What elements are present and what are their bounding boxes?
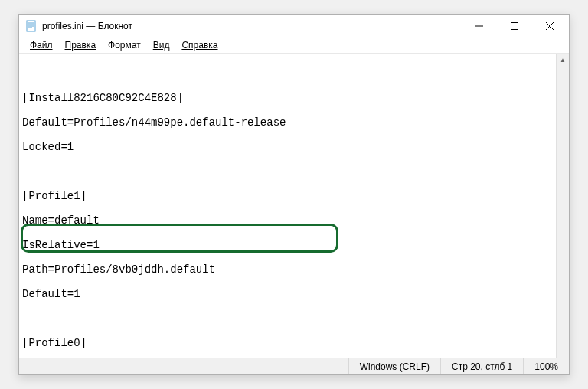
- text-editor[interactable]: [Install8216C80C92C4E828] Default=Profil…: [19, 53, 569, 358]
- line: [22, 165, 566, 178]
- line: [Profile1]: [22, 190, 566, 202]
- status-position: Стр 20, стлб 1: [440, 358, 523, 374]
- statusbar: Windows (CRLF) Стр 20, стлб 1 100%: [19, 358, 569, 374]
- line: Path=Profiles/8vb0jddh.default: [22, 263, 566, 276]
- line: Default=Profiles/n44m99pe.default-releas…: [22, 116, 566, 129]
- status-encoding: Windows (CRLF): [348, 358, 440, 374]
- menu-file[interactable]: Файл: [24, 39, 59, 51]
- maximize-button[interactable]: [497, 15, 532, 38]
- window-controls: [462, 15, 567, 38]
- menu-edit[interactable]: Правка: [59, 39, 103, 51]
- scroll-up-icon[interactable]: ▲: [557, 54, 569, 67]
- line: [Profile0]: [22, 337, 566, 349]
- line: [22, 312, 566, 325]
- close-button[interactable]: [532, 15, 567, 38]
- menu-view[interactable]: Вид: [147, 39, 176, 51]
- svg-rect-6: [511, 23, 518, 30]
- titlebar[interactable]: profiles.ini — Блокнот: [19, 15, 569, 38]
- notepad-window: profiles.ini — Блокнот Файл Правка Форма…: [18, 14, 570, 375]
- status-zoom: 100%: [523, 358, 569, 374]
- line: Locked=1: [22, 141, 566, 153]
- minimize-button[interactable]: [462, 15, 497, 38]
- line: [Install8216C80C92C4E828]: [22, 92, 566, 104]
- line: Default=1: [22, 288, 566, 300]
- menubar: Файл Правка Формат Вид Справка: [19, 38, 569, 53]
- notepad-icon: [25, 20, 38, 32]
- menu-format[interactable]: Формат: [102, 39, 147, 51]
- window-title: profiles.ini — Блокнот: [42, 21, 462, 31]
- line: IsRelative=1: [22, 239, 566, 251]
- line: Name=default: [22, 214, 566, 227]
- menu-help[interactable]: Справка: [175, 39, 224, 51]
- vertical-scrollbar[interactable]: ▲: [556, 54, 569, 358]
